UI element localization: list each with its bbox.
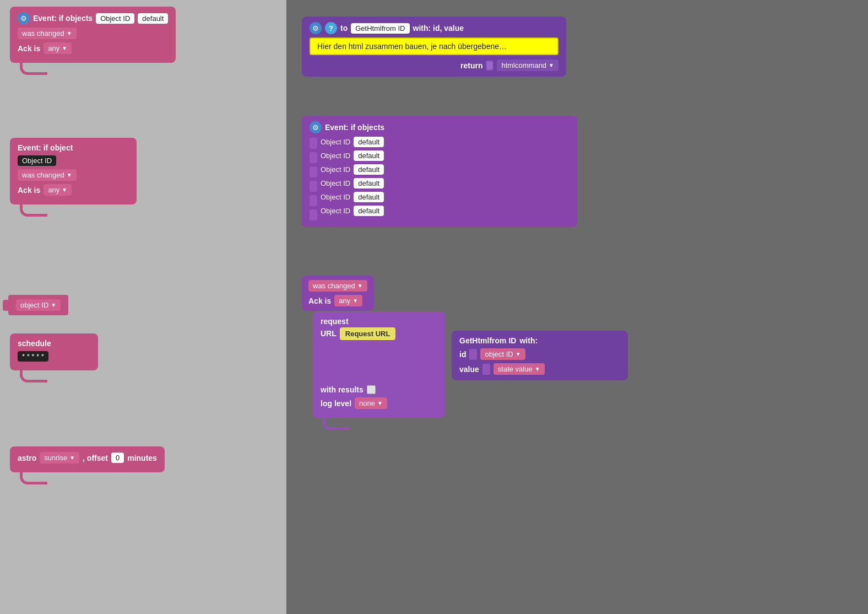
block1-ack-value: any bbox=[48, 44, 59, 52]
oid-label-6: Object ID bbox=[321, 207, 350, 215]
with-results-label: with results bbox=[321, 385, 364, 394]
oid-label-2: Object ID bbox=[321, 152, 350, 160]
block2-title: Event: if object bbox=[18, 143, 73, 152]
id-value: object ID bbox=[485, 350, 513, 358]
was-changed-label-1: was changed bbox=[22, 29, 64, 37]
value-value-arrow: ▼ bbox=[535, 366, 540, 372]
request-label: request bbox=[321, 317, 349, 326]
gear-icon-1: ⚙ bbox=[18, 12, 30, 24]
offset-label: , offset bbox=[83, 454, 108, 462]
block2-ack-label: Ack is bbox=[18, 186, 40, 195]
function-definition-block: ⚙ ? to GetHtmlfrom ID with: id, value Hi… bbox=[302, 17, 566, 77]
astro-sunrise-dropdown[interactable]: sunrise ▼ bbox=[40, 452, 79, 464]
was-changed-right-label: was changed bbox=[313, 282, 355, 290]
block1-title: Event: if objects bbox=[33, 14, 93, 23]
return-arrow: ▼ bbox=[549, 62, 554, 68]
oid-val-4: default bbox=[354, 178, 384, 188]
schedule-title: schedule bbox=[18, 339, 51, 348]
oid-val-1: default bbox=[354, 137, 384, 147]
ack-right-dropdown[interactable]: any ▼ bbox=[334, 295, 362, 306]
id-value-arrow: ▼ bbox=[516, 351, 521, 357]
oid-val-3: default bbox=[354, 164, 384, 175]
block2-ack-arrow: ▼ bbox=[62, 187, 67, 193]
was-changed-label-2: was changed bbox=[22, 171, 64, 179]
to-label: to bbox=[340, 24, 348, 33]
value-value-dropdown[interactable]: state value ▼ bbox=[493, 363, 545, 375]
return-label: return bbox=[460, 61, 482, 70]
was-changed-right-dropdown[interactable]: was changed ▼ bbox=[308, 280, 367, 292]
oid-val-6: default bbox=[354, 206, 384, 216]
object-id-arrow: ▼ bbox=[51, 302, 56, 308]
gear-icon-func: ⚙ bbox=[310, 22, 322, 34]
gear-icon-event-right: ⚙ bbox=[310, 121, 322, 133]
request-block: request URL Request URL with results log… bbox=[313, 311, 445, 418]
question-icon-func: ? bbox=[325, 22, 337, 34]
get-html-with-label: with: bbox=[519, 336, 538, 345]
event-if-objects-block-1: ⚙ Event: if objects Object ID default wa… bbox=[10, 7, 176, 63]
oid-label-1: Object ID bbox=[321, 138, 350, 146]
was-changed-right-arrow: ▼ bbox=[357, 283, 363, 289]
block1-ack-label: Ack is bbox=[18, 44, 40, 53]
offset-value: 0 bbox=[111, 453, 124, 463]
log-level-value: none bbox=[359, 399, 375, 407]
oid-label-5: Object ID bbox=[321, 193, 350, 201]
oid-label-4: Object ID bbox=[321, 179, 350, 187]
return-value: htmlcommand bbox=[501, 61, 546, 69]
block2-ack-dropdown[interactable]: any ▼ bbox=[44, 184, 72, 196]
object-id-dropdown[interactable]: object ID ▼ bbox=[16, 299, 61, 311]
value-label: value bbox=[459, 365, 479, 374]
astro-label: astro bbox=[18, 454, 36, 462]
block2-ack-value: any bbox=[48, 186, 59, 194]
astro-value: sunrise bbox=[44, 454, 67, 462]
id-label: id bbox=[459, 350, 466, 359]
object-id-block: object ID ▼ bbox=[3, 295, 68, 315]
object-id-label: object ID bbox=[20, 301, 48, 309]
was-changed-arrow-2: ▼ bbox=[67, 172, 72, 178]
log-level-label: log level bbox=[321, 399, 351, 408]
log-level-arrow: ▼ bbox=[377, 400, 383, 406]
function-name-pill: GetHtmlfrom ID bbox=[351, 23, 409, 34]
was-changed-arrow-1: ▼ bbox=[67, 30, 72, 36]
oid-val-2: default bbox=[354, 150, 384, 161]
block1-object-id-label: Object ID bbox=[96, 13, 134, 24]
block1-ack-arrow: ▼ bbox=[62, 45, 67, 51]
return-value-dropdown[interactable]: htmlcommand ▼ bbox=[497, 60, 558, 71]
ack-right-arrow: ▼ bbox=[352, 298, 358, 304]
oid-val-5: default bbox=[354, 192, 384, 202]
log-level-dropdown[interactable]: none ▼ bbox=[355, 397, 387, 409]
function-description[interactable]: Hier den html zusammen bauen, je nach üb… bbox=[310, 37, 558, 55]
oid-label-3: Object ID bbox=[321, 165, 350, 174]
minutes-label: minutes bbox=[127, 454, 157, 462]
request-url-badge[interactable]: Request URL bbox=[340, 327, 396, 340]
schedule-block: schedule * * * * * bbox=[10, 333, 98, 370]
with-results-checkbox[interactable] bbox=[367, 385, 376, 394]
url-label: URL bbox=[321, 329, 337, 338]
block2-was-changed-dropdown[interactable]: was changed ▼ bbox=[18, 169, 77, 181]
ack-right-value: any bbox=[339, 297, 350, 305]
ack-right-label: Ack is bbox=[308, 297, 331, 305]
was-changed-right-row: was changed ▼ Ack is any ▼ bbox=[302, 276, 374, 311]
event-right-title: Event: if objects bbox=[325, 123, 384, 132]
astro-block: astro sunrise ▼ , offset 0 minutes bbox=[10, 446, 165, 472]
value-value: state value bbox=[498, 365, 533, 373]
block1-was-changed-dropdown[interactable]: was changed ▼ bbox=[18, 28, 77, 39]
id-value-dropdown[interactable]: object ID ▼ bbox=[480, 348, 525, 360]
block1-ack-dropdown[interactable]: any ▼ bbox=[44, 42, 72, 54]
get-html-from-id-block: GetHtmlfrom ID with: id object ID ▼ valu… bbox=[452, 331, 628, 380]
event-if-object-block-2: Event: if object Object ID was changed ▼… bbox=[10, 138, 137, 204]
get-html-func-name: GetHtmlfrom ID bbox=[459, 336, 516, 345]
block2-object-id: Object ID bbox=[18, 155, 56, 166]
block1-object-id-value: default bbox=[138, 13, 168, 24]
schedule-cron: * * * * * bbox=[18, 351, 48, 362]
astro-arrow: ▼ bbox=[69, 455, 75, 461]
params-label: with: id, value bbox=[413, 24, 464, 33]
event-if-objects-right: ⚙ Event: if objects Object IDdefault Obj… bbox=[302, 116, 577, 227]
